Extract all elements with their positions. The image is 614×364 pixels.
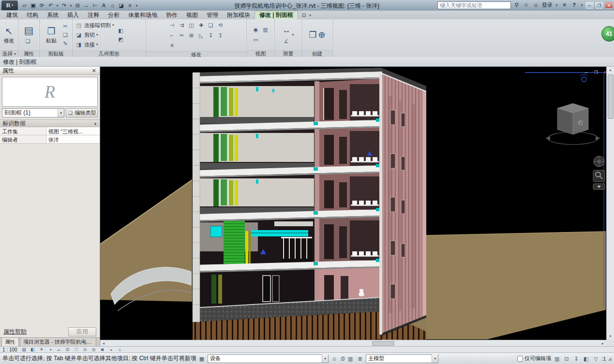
properties-title-bar[interactable]: 属性 ✕ <box>0 67 100 75</box>
editable-only-checkbox[interactable] <box>517 356 523 362</box>
info-center-badge[interactable]: 41 <box>601 26 614 42</box>
favorites-star-icon[interactable]: ☆ <box>522 1 530 9</box>
exchange-apps-icon[interactable]: ✕ <box>560 1 569 9</box>
cut-icon[interactable]: ✂ <box>61 22 69 30</box>
customize-qat-dropdown[interactable]: ▾ <box>135 1 139 10</box>
scroll-up-icon[interactable]: ▲ <box>607 67 614 73</box>
window-maximize-button[interactable]: ❐ <box>595 2 603 9</box>
join-end-cut-button[interactable]: ◳ 连接端切割 ▾ <box>74 21 116 30</box>
scroll-left-icon[interactable]: ◄ <box>100 342 107 345</box>
angle-dimension-icon[interactable]: ∠ <box>283 37 290 45</box>
properties-palette-icon[interactable]: ▤ <box>24 25 34 36</box>
aligned-dimension-button[interactable]: ⊢ <box>91 1 99 10</box>
properties-close-icon[interactable]: ✕ <box>90 68 97 74</box>
detail-level-button[interactable]: ▤ <box>21 347 28 352</box>
property-row-workset[interactable]: 工作集 视图 "三维视... <box>0 127 100 135</box>
select-links-toggle[interactable]: ▥ <box>553 355 561 363</box>
select-underlay-toggle[interactable]: ⊡ <box>563 355 570 363</box>
scale-button[interactable]: 1 : 100 <box>2 347 19 352</box>
tab-architecture[interactable]: 建筑 <box>2 11 22 19</box>
render-dialog-button[interactable]: ☕ <box>56 347 62 352</box>
worksharing-display-icon[interactable]: ▥ <box>346 355 354 363</box>
trim-extend-icon[interactable]: ⌐ <box>168 31 176 40</box>
properties-help-link[interactable]: 属性帮助 <box>3 328 27 336</box>
array-icon[interactable]: ⊞ <box>187 31 195 40</box>
edited-by-row-value[interactable]: 张洋 <box>46 135 100 143</box>
offset-icon[interactable]: ⇉ <box>178 21 186 29</box>
show-constraints-button[interactable]: ⊥ <box>117 347 123 352</box>
match-type-properties-icon[interactable]: ✎ <box>61 40 69 47</box>
view-minimize-button[interactable]: ─ <box>583 70 589 76</box>
sun-path-button[interactable]: ☀ <box>38 347 45 352</box>
tab-modify-section-box[interactable]: 修改 | 剖面框 <box>255 11 298 19</box>
mirror-icon[interactable]: ◫ <box>187 21 195 29</box>
move-icon[interactable]: ✚ <box>197 21 205 29</box>
scale-icon[interactable]: ◺ <box>197 31 205 40</box>
viewcube-face-label[interactable]: 右 <box>577 119 584 126</box>
tab-project-browser[interactable]: 项目浏览器 - 技师学院机电培训... <box>20 337 96 346</box>
3d-section-view[interactable]: 右 <box>100 67 606 340</box>
copy-icon[interactable]: ❏ <box>61 31 69 39</box>
rotate-icon[interactable]: ⟲ <box>216 21 225 29</box>
vertical-scroll-thumb[interactable] <box>608 74 614 119</box>
window-close-button[interactable]: ✕ <box>605 2 613 9</box>
sign-in-dropdown[interactable]: ▾ <box>554 1 559 9</box>
property-row-edited-by[interactable]: 编辑者 张洋 <box>0 135 100 144</box>
redo-dropdown[interactable]: ▾ <box>69 1 73 10</box>
workset-row-value[interactable]: 视图 "三维视... <box>46 127 100 135</box>
identity-data-group-header[interactable]: 标识数据 ▲ <box>0 119 100 127</box>
tab-structure[interactable]: 结构 <box>22 11 43 19</box>
create-similar-icon[interactable]: ⊕ <box>318 29 326 41</box>
thin-lines-button[interactable]: ≡ <box>126 1 134 10</box>
design-options-icon[interactable]: ≣ <box>356 355 364 363</box>
reveal-hidden-elements-button[interactable]: ◙ <box>99 347 106 352</box>
shadows-button[interactable]: ◑ <box>47 347 54 352</box>
tab-massing-site[interactable]: 体量和场地 <box>124 11 162 19</box>
active-workset-dropdown[interactable]: 设备 ▾ <box>208 354 329 363</box>
search-input[interactable] <box>437 1 511 9</box>
drawing-area[interactable]: 右 ─ ❐ ✕ <box>100 67 606 340</box>
edit-type-button[interactable]: ❏ 编辑类型 <box>66 108 98 117</box>
apply-button[interactable]: 应用 <box>68 327 96 336</box>
type-preview-image[interactable]: R <box>2 77 98 107</box>
panel-label-view[interactable]: 视图 <box>247 50 274 57</box>
scroll-right-icon[interactable]: ► <box>599 342 606 345</box>
unpin-icon[interactable]: ↥ <box>216 31 225 40</box>
graphics-override-icon[interactable]: ▥ <box>261 26 270 34</box>
type-selector-dropdown[interactable]: 剖面框 (1) ▾ <box>2 108 64 117</box>
select-pinned-toggle[interactable]: ↧ <box>572 355 580 363</box>
panel-label-geometry[interactable]: 几何图形 <box>73 50 146 57</box>
paint-icon[interactable]: ◧ <box>117 27 125 34</box>
panel-label-create[interactable]: 创建 <box>302 50 332 57</box>
section-box-rotate-handle[interactable] <box>582 77 586 82</box>
open-button[interactable]: ▱ <box>20 1 29 10</box>
tab-collaborate[interactable]: 协作 <box>162 11 182 19</box>
tab-manage[interactable]: 管理 <box>202 11 223 19</box>
new-window-icon[interactable]: ▭ <box>252 36 260 44</box>
cut-geometry-button[interactable]: ◪ 剪切 ▾ <box>74 30 116 40</box>
unlocked-3d-view-button[interactable]: ⊙ <box>82 347 89 352</box>
paste-button[interactable]: ❒ 粘贴 <box>43 26 60 44</box>
scroll-down-icon[interactable]: ▼ <box>607 333 614 340</box>
sign-in-button[interactable]: 登录 <box>541 1 553 9</box>
group-collapse-icon[interactable]: ▲ <box>93 121 97 126</box>
select-by-face-toggle[interactable]: ◧ <box>582 355 590 363</box>
create-group-icon[interactable]: ❐ <box>309 29 316 41</box>
zoom-tool-button[interactable] <box>593 170 605 182</box>
measure-button[interactable]: ↔ <box>82 1 90 10</box>
crop-region-visibility-button[interactable]: □ <box>73 347 80 352</box>
sync-button[interactable]: ⟳ <box>38 1 46 10</box>
application-menu-button[interactable]: R ▾ <box>1 0 18 10</box>
align-icon[interactable]: ⊣ <box>168 21 176 29</box>
help-dropdown[interactable]: ▾ <box>580 1 584 9</box>
panel-label-clipboard[interactable]: 剪贴板 <box>40 50 72 57</box>
tab-systems[interactable]: 系统 <box>43 11 63 19</box>
worksets-icon[interactable]: ▦ <box>198 355 206 363</box>
tab-insert[interactable]: 插入 <box>63 11 83 19</box>
help-button[interactable]: ? <box>570 1 578 9</box>
panel-label-select[interactable]: 选择▾ <box>0 50 18 57</box>
panel-label-measure[interactable]: 测量 <box>275 50 301 57</box>
window-minimize-button[interactable]: ─ <box>585 2 594 9</box>
split-element-icon[interactable]: ✂ <box>178 31 186 40</box>
print-button[interactable]: ⊟ <box>74 1 82 10</box>
